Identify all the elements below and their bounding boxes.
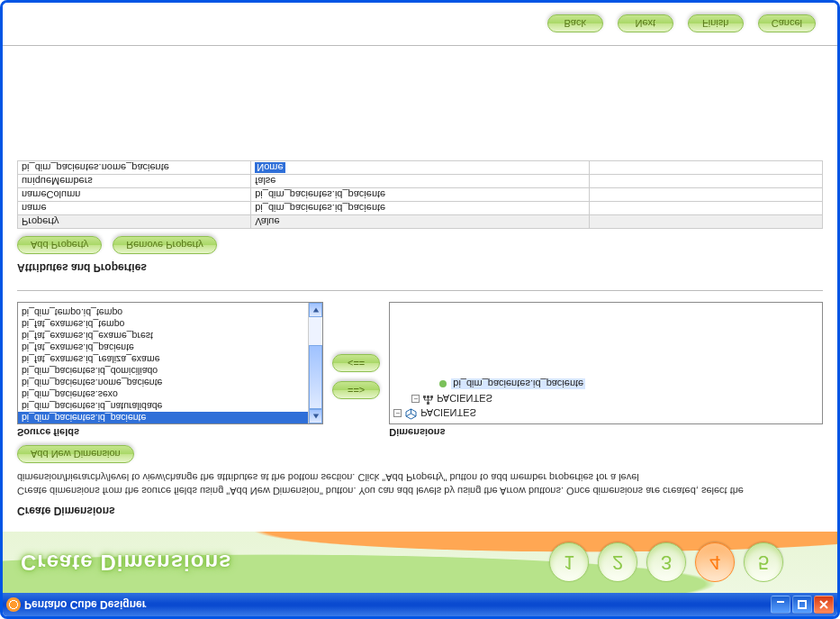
tree-node-label: PACIENTES xyxy=(437,393,492,404)
move-right-button[interactable]: ==> xyxy=(332,381,380,399)
table-row[interactable]: nameColumn bi_dim_pacientes.id_paciente xyxy=(18,188,823,202)
back-button[interactable]: Back xyxy=(547,15,603,33)
properties-table[interactable]: Property Value name bi_dim_pacientes.id_… xyxy=(17,160,823,229)
level-icon xyxy=(438,379,447,388)
source-fields-items: bi_dim_pacientes.id_paciente bi_dim_paci… xyxy=(18,303,308,423)
collapse-icon[interactable]: − xyxy=(393,409,402,417)
app-icon xyxy=(6,597,21,612)
dimensions-label: Dimensions xyxy=(389,427,823,438)
attributes-heading: Attributes and Properties xyxy=(17,261,823,274)
value-cell[interactable]: false xyxy=(251,175,589,188)
list-item[interactable]: bi_dim_tempo.id_tempo xyxy=(18,306,308,318)
wizard-footer: Back Next Finish Cancel xyxy=(3,3,837,46)
minimize-button[interactable] xyxy=(771,596,790,614)
list-item[interactable]: bi_dim_pacientes.sexo xyxy=(18,388,308,400)
step-4: 4 xyxy=(695,542,735,582)
tree-node-label: PACIENTES xyxy=(420,407,476,418)
svg-rect-3 xyxy=(427,396,429,398)
tree-node-label: bi_dim_pacientes.id_paciente xyxy=(451,378,585,389)
create-dimensions-heading: Create Dimensions xyxy=(17,505,823,517)
step-1: 1 xyxy=(549,542,589,582)
tree-hierarchy-node[interactable]: − PACIENTES xyxy=(393,391,818,405)
next-button[interactable]: Next xyxy=(618,15,673,33)
col-header-value: Value xyxy=(251,215,589,229)
add-new-dimension-button[interactable]: Add New Dimension xyxy=(17,445,134,463)
step-2: 2 xyxy=(598,542,637,582)
prop-cell[interactable]: nameColumn xyxy=(18,188,251,202)
scroll-track[interactable] xyxy=(309,317,322,409)
window-title: Pentaho Cube Designer xyxy=(24,598,146,611)
table-header-row: Property Value xyxy=(18,215,823,229)
banner-title: Create Dimensions xyxy=(21,550,231,575)
add-property-button[interactable]: Add Property xyxy=(17,236,102,254)
value-cell[interactable]: bi_dim_pacientes.id_paciente xyxy=(251,202,589,215)
wizard-content: Create Dimensions Create dimensions from… xyxy=(3,46,837,532)
wizard-banner: Create Dimensions 1 2 3 4 5 xyxy=(3,532,837,593)
tree-level-node[interactable]: bi_dim_pacientes.id_paciente xyxy=(393,377,818,391)
hierarchy-icon xyxy=(423,393,433,405)
step-5: 5 xyxy=(744,542,783,582)
titlebar[interactable]: Pentaho Cube Designer xyxy=(3,593,837,616)
dimensions-tree[interactable]: − PACIENTES − PACIENTES xyxy=(389,302,823,424)
dimension-icon xyxy=(405,406,417,420)
list-item[interactable]: bi_fat_exames.id_paciente xyxy=(18,341,308,353)
list-item[interactable]: bi_dim_pacientes.id_naturalidade xyxy=(18,400,308,412)
tree-dimension-node[interactable]: − PACIENTES xyxy=(393,405,818,420)
step-3: 3 xyxy=(646,542,686,582)
svg-rect-2 xyxy=(423,396,426,398)
cancel-button[interactable]: Cancel xyxy=(758,15,816,33)
list-item[interactable]: bi_fat_exames.id_exame_prest xyxy=(18,330,308,341)
list-item[interactable]: bi_dim_pacientes.id_paciente xyxy=(18,412,308,423)
prop-cell[interactable]: name xyxy=(18,202,251,215)
scroll-down-button[interactable] xyxy=(309,303,322,317)
source-fields-listbox[interactable]: bi_dim_pacientes.id_paciente bi_dim_paci… xyxy=(17,302,323,424)
maximize-button[interactable] xyxy=(792,596,812,614)
prop-cell[interactable]: uniqueMembers xyxy=(18,175,251,188)
remove-property-button[interactable]: Remove Property xyxy=(113,236,217,254)
source-scrollbar[interactable] xyxy=(308,303,322,423)
svg-point-5 xyxy=(439,380,447,387)
table-row[interactable]: name bi_dim_pacientes.id_paciente xyxy=(18,202,823,215)
svg-rect-0 xyxy=(799,601,806,608)
scroll-thumb[interactable] xyxy=(309,345,322,409)
value-cell[interactable]: Nome xyxy=(251,161,589,175)
value-cell[interactable]: bi_dim_pacientes.id_paciente xyxy=(251,188,589,202)
list-item[interactable]: bi_dim_pacientes.id_domiciliado xyxy=(18,365,308,377)
finish-button[interactable]: Finish xyxy=(688,15,744,33)
list-item[interactable]: bi_dim_pacientes.nome_paciente xyxy=(18,377,308,388)
scroll-up-button[interactable] xyxy=(309,409,322,423)
app-window: Pentaho Cube Designer Create Dimensions … xyxy=(0,0,840,619)
step-indicator: 1 2 3 4 5 xyxy=(549,542,783,582)
col-header-property: Property xyxy=(18,215,251,229)
move-left-button[interactable]: <== xyxy=(332,354,380,372)
svg-rect-1 xyxy=(427,402,429,405)
table-row[interactable]: bi_dim_pacientes.nome_paciente Nome xyxy=(18,161,823,175)
create-dimensions-help: Create dimensions from the source fields… xyxy=(17,470,823,497)
svg-rect-4 xyxy=(430,396,433,398)
close-button[interactable] xyxy=(814,596,834,614)
list-item[interactable]: bi_fat_exames.id_tempo xyxy=(18,318,308,330)
source-fields-label: Source fields xyxy=(17,427,323,438)
list-item[interactable]: bi_fat_exames.id_realiza_exame xyxy=(18,353,308,365)
col-header-empty xyxy=(589,215,822,229)
collapse-icon[interactable]: − xyxy=(411,395,420,403)
prop-cell[interactable]: bi_dim_pacientes.nome_paciente xyxy=(18,161,251,175)
table-row[interactable]: uniqueMembers false xyxy=(18,175,823,188)
